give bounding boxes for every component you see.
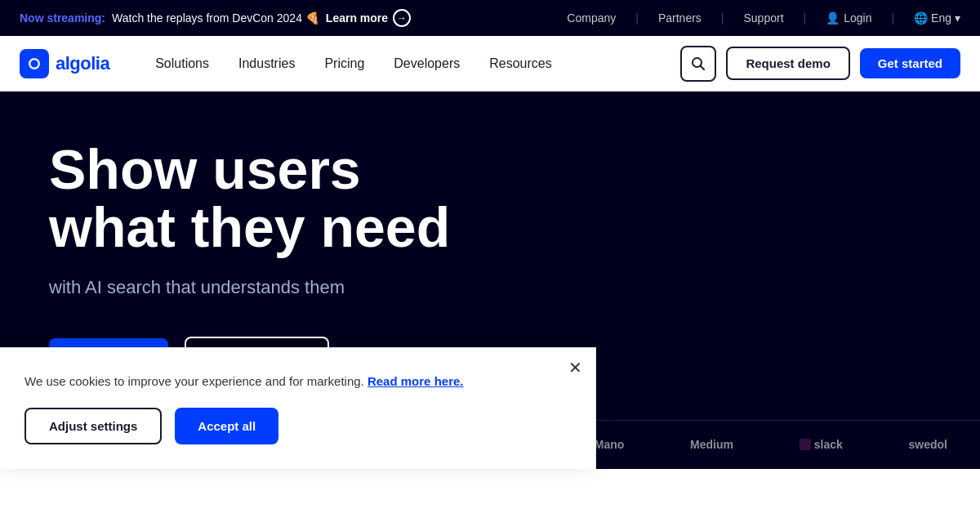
brand-swedol: swedol xyxy=(909,438,947,451)
svg-rect-4 xyxy=(800,439,811,450)
logo-text: algolia xyxy=(56,53,109,74)
logo[interactable]: algolia xyxy=(20,49,109,78)
banner-left: Now streaming: Watch the replays from De… xyxy=(20,9,411,27)
search-button[interactable] xyxy=(680,46,716,82)
language-selector[interactable]: 🌐 Eng ▾ xyxy=(914,11,960,25)
nav-industries[interactable]: Industries xyxy=(225,50,308,78)
support-link[interactable]: Support xyxy=(743,11,783,25)
learn-more-link[interactable]: Learn more → xyxy=(326,9,411,27)
nav-links: Solutions Industries Pricing Developers … xyxy=(142,50,680,78)
partners-link[interactable]: Partners xyxy=(658,11,702,25)
cookie-buttons: Adjust settings Accept all xyxy=(24,408,571,444)
banner-right: Company | Partners | Support | 👤 Login |… xyxy=(567,11,960,25)
nav-developers[interactable]: Developers xyxy=(381,50,473,78)
search-icon xyxy=(691,56,706,71)
nav-resources[interactable]: Resources xyxy=(476,50,564,78)
top-banner: Now streaming: Watch the replays from De… xyxy=(0,0,980,36)
nav-actions: Request demo Get started xyxy=(680,46,960,82)
cookie-text: We use cookies to improve your experienc… xyxy=(24,373,571,391)
cookie-close-button[interactable]: ✕ xyxy=(568,358,582,377)
nav-pricing[interactable]: Pricing xyxy=(311,50,377,78)
hero-subtitle: with AI search that understands them xyxy=(49,274,392,301)
brand-slack: slack xyxy=(800,438,843,451)
get-started-button[interactable]: Get started xyxy=(860,48,960,78)
arrow-circle-icon: → xyxy=(393,9,411,27)
svg-line-2 xyxy=(701,65,705,69)
brand-medium: Medium xyxy=(690,438,733,451)
main-nav: algolia Solutions Industries Pricing Dev… xyxy=(0,36,980,92)
request-demo-button[interactable]: Request demo xyxy=(726,47,849,80)
now-streaming-label: Now streaming: xyxy=(20,11,105,25)
chevron-down-icon: ▾ xyxy=(955,11,960,25)
slack-icon xyxy=(800,439,811,450)
hero-title: Show users what they need xyxy=(49,141,580,257)
adjust-settings-button[interactable]: Adjust settings xyxy=(24,408,162,444)
nav-solutions[interactable]: Solutions xyxy=(142,50,222,78)
svg-rect-0 xyxy=(25,55,43,73)
user-icon: 👤 xyxy=(826,11,840,25)
globe-icon: 🌐 xyxy=(914,11,928,25)
logo-icon xyxy=(20,49,49,78)
accept-all-button[interactable]: Accept all xyxy=(175,408,278,444)
company-link[interactable]: Company xyxy=(567,11,616,25)
login-button[interactable]: 👤 Login xyxy=(826,11,871,25)
cookie-read-more-link[interactable]: Read more here. xyxy=(368,374,464,388)
banner-message: Watch the replays from DevCon 2024 🍕 xyxy=(112,11,319,25)
cookie-banner: ✕ We use cookies to improve your experie… xyxy=(0,347,596,469)
